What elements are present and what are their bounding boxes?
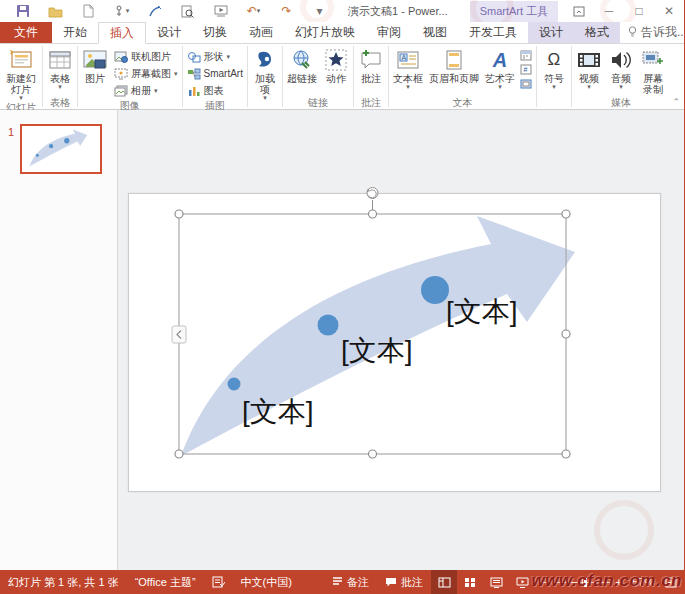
- tab-smartart-format[interactable]: 格式: [574, 22, 620, 43]
- screen-recording-icon: [642, 48, 664, 72]
- wordart-button[interactable]: A 艺术字 ▾: [482, 46, 518, 90]
- group-label: [249, 101, 281, 109]
- undo-icon[interactable]: ↶▾: [237, 0, 270, 22]
- addins-button[interactable]: 加载项 ▾: [249, 46, 281, 101]
- online-pictures-button[interactable]: 联机图片: [111, 48, 181, 65]
- theme-name[interactable]: “Office 主题”: [127, 570, 204, 594]
- language-indicator[interactable]: 中文(中国): [233, 570, 300, 594]
- comments-icon: [385, 577, 397, 588]
- zoom-in-icon[interactable]: +: [616, 576, 622, 588]
- zoom-slider[interactable]: [554, 582, 610, 583]
- video-button[interactable]: 视频 ▾: [573, 46, 605, 90]
- table-button[interactable]: 表格 ▾: [44, 46, 76, 90]
- dropdown-caret-icon: ▾: [257, 8, 261, 14]
- ink-icon[interactable]: [138, 0, 171, 22]
- smartart-graphic[interactable]: [文本] [文本] [文本]: [119, 179, 672, 498]
- tab-view[interactable]: 视图: [412, 22, 458, 43]
- shapes-button[interactable]: 形状 ▾: [184, 48, 246, 65]
- slide-number-button[interactable]: #: [520, 63, 533, 75]
- notes-label: 备注: [347, 575, 369, 590]
- video-icon: [577, 48, 601, 72]
- comment-button[interactable]: 批注: [355, 46, 387, 84]
- smartart-text-3: [文本]: [446, 296, 518, 327]
- ribbon-display-options-icon[interactable]: [564, 0, 594, 22]
- object-button[interactable]: [520, 77, 533, 89]
- zoom-percentage[interactable]: 57%: [628, 570, 658, 594]
- zoom-out-icon[interactable]: −: [541, 576, 547, 588]
- notes-button[interactable]: 备注: [324, 570, 377, 594]
- group-tables: 表格 ▾ 表格: [43, 44, 77, 109]
- save-icon[interactable]: [6, 0, 39, 22]
- fit-slide-to-window-button[interactable]: [658, 570, 684, 594]
- spell-check-icon[interactable]: [204, 570, 233, 594]
- new-document-icon[interactable]: [72, 0, 105, 22]
- normal-view-button[interactable]: [431, 570, 457, 594]
- group-comments: 批注 批注: [354, 44, 388, 109]
- group-label: 链接: [284, 96, 352, 109]
- tab-developer[interactable]: 开发工具: [458, 22, 528, 43]
- tab-review[interactable]: 审阅: [366, 22, 412, 43]
- customize-quick-access-icon[interactable]: ▾: [303, 0, 336, 22]
- slide[interactable]: [文本] [文本] [文本]: [128, 193, 661, 492]
- svg-text:A: A: [401, 54, 406, 61]
- group-symbols: Ω 符号 ▾: [537, 44, 571, 109]
- header-footer-label: 页眉和页脚: [429, 73, 479, 84]
- tab-transitions[interactable]: 切换: [192, 22, 238, 43]
- slide-counter[interactable]: 幻灯片 第 1 张, 共 1 张: [0, 570, 127, 594]
- header-footer-icon: [446, 48, 462, 72]
- screen-recording-button[interactable]: 屏幕录制: [637, 46, 669, 95]
- tab-design[interactable]: 设计: [146, 22, 192, 43]
- action-button[interactable]: 动作: [320, 46, 352, 84]
- date-time-button[interactable]: [520, 49, 533, 61]
- new-slide-button[interactable]: 新建幻灯片 ▾: [1, 46, 41, 101]
- chart-label: 图表: [204, 84, 224, 98]
- comments-button[interactable]: 批注: [377, 570, 431, 594]
- smartart-button[interactable]: SmartArt: [184, 65, 246, 82]
- photo-album-label: 相册: [131, 84, 151, 98]
- close-icon[interactable]: ✕: [654, 0, 684, 22]
- tab-home[interactable]: 开始: [52, 22, 98, 43]
- collapse-ribbon-icon[interactable]: ⌃: [672, 97, 680, 107]
- tell-me-box[interactable]: 告诉我...: [620, 22, 685, 43]
- reading-view-button[interactable]: [483, 570, 509, 594]
- slide-sorter-view-button[interactable]: [457, 570, 483, 594]
- ribbon-tab-row: 文件 开始 插入 设计 切换 动画 幻灯片放映 审阅 视图 开发工具 设计 格式…: [0, 22, 684, 44]
- tab-slideshow[interactable]: 幻灯片放映: [284, 22, 366, 43]
- lightbulb-icon: [628, 26, 637, 40]
- touch-mode-icon[interactable]: ▾: [105, 0, 138, 22]
- slide-thumbnail[interactable]: [20, 124, 102, 174]
- minimize-icon[interactable]: ─: [594, 0, 624, 22]
- text-pane-toggle-button[interactable]: [172, 326, 186, 343]
- textbox-button[interactable]: A 文本框 ▾: [390, 46, 426, 90]
- tab-file[interactable]: 文件: [0, 22, 52, 43]
- tab-insert[interactable]: 插入: [98, 22, 146, 44]
- photo-album-button[interactable]: 相册 ▾: [111, 82, 181, 99]
- zoom-control: − +: [535, 576, 628, 588]
- screenshot-button[interactable]: 屏幕截图 ▾: [111, 65, 181, 82]
- powerpoint-window: ▾ ↶▾ ↷ ▾ 演示文稿1 - Power... SmartArt 工具 ─ …: [0, 0, 685, 594]
- chart-button[interactable]: 图表: [184, 82, 246, 99]
- maximize-icon[interactable]: □: [624, 0, 654, 22]
- group-images: 图片 联机图片 屏幕截图 ▾ 相册 ▾: [78, 44, 182, 109]
- open-icon[interactable]: [39, 0, 72, 22]
- pictures-button[interactable]: 图片: [79, 46, 111, 84]
- zoom-slider-thumb[interactable]: [584, 578, 587, 587]
- slideshow-from-start-icon[interactable]: [204, 0, 237, 22]
- dropdown-caret-icon: ▾: [174, 71, 178, 77]
- audio-button[interactable]: 音频 ▾: [605, 46, 637, 90]
- redo-icon[interactable]: ↷: [270, 0, 303, 22]
- window-title: 演示文稿1 - Power...: [348, 4, 448, 19]
- screenshot-label: 屏幕截图: [131, 67, 171, 81]
- shapes-label: 形状: [204, 50, 224, 64]
- smartart-icon: [187, 68, 201, 80]
- hyperlink-button[interactable]: 超链接: [284, 46, 320, 84]
- header-footer-button[interactable]: 页眉和页脚: [426, 46, 482, 84]
- comment-label: 批注: [361, 73, 381, 84]
- symbol-button[interactable]: Ω 符号 ▾: [538, 46, 570, 90]
- tab-smartart-design[interactable]: 设计: [528, 22, 574, 43]
- slide-editing-area[interactable]: [文本] [文本] [文本]: [118, 110, 684, 570]
- tab-animations[interactable]: 动画: [238, 22, 284, 43]
- group-label: 媒体: [573, 96, 669, 109]
- slideshow-view-button[interactable]: [509, 570, 535, 594]
- print-preview-icon[interactable]: [171, 0, 204, 22]
